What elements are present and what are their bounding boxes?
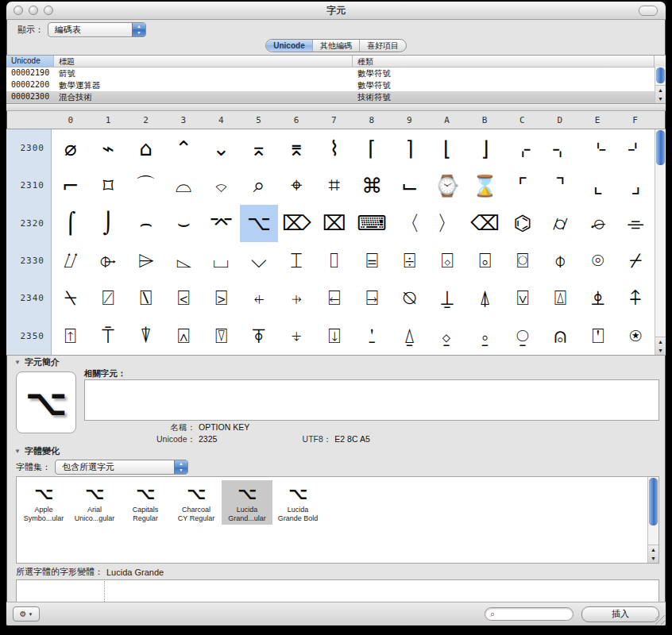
grid-cell[interactable]: ⌤ [203,205,240,242]
grid-cell[interactable]: ⌘ [353,167,391,204]
grid-cell[interactable]: ⌱ [89,242,126,279]
grid-cell[interactable]: ⌥ [240,205,277,242]
grid-cell[interactable]: ⌉ [391,129,428,167]
grid-scrollbar[interactable]: ▲▼ [655,129,666,355]
grid-cell[interactable]: ⌵ [240,242,277,279]
grid-cell[interactable]: ⌣ [164,205,202,242]
grid-cell[interactable]: ⍝ [542,318,579,355]
grid-cell[interactable]: ⍌ [504,279,541,317]
grid-cell[interactable]: ⌁ [89,129,126,167]
grid-cell[interactable]: ⌑ [89,167,126,204]
grid-cell[interactable]: ⌒ [127,167,164,204]
grid-cell[interactable]: ⍗ [315,318,353,355]
grid-cell[interactable]: ⍘ [353,318,391,355]
grid-cell[interactable]: ⍍ [542,279,579,317]
grid-cell[interactable]: ⌸ [353,242,391,279]
tab-喜好項目[interactable]: 喜好項目 [360,40,406,52]
grid-cell[interactable]: ⌅ [240,129,277,167]
glyph-variants-box[interactable] [16,579,659,603]
grid-cell[interactable]: ⍞ [579,318,616,355]
grid-cell[interactable]: ⍖ [278,318,315,355]
scrollbar-thumb[interactable] [656,67,665,83]
grid-cell[interactable]: ⌨ [353,205,391,242]
view-dropdown[interactable]: 編碼表 ▲▼ [48,22,146,37]
grid-cell[interactable]: ⌻ [466,242,504,279]
grid-cell[interactable]: ⍉ [391,279,428,317]
grid-cell[interactable]: ⍜ [504,318,541,355]
grid-cell[interactable]: ⌄ [203,129,240,167]
grid-cell[interactable]: ⌶ [278,242,315,279]
grid-cell[interactable]: ⍚ [428,318,465,355]
grid-cell[interactable]: ⌰ [52,242,89,279]
grid-cell[interactable]: ⌋ [466,129,504,167]
grid-cell[interactable]: ⌮ [579,205,616,242]
grid-cell[interactable]: ⌳ [164,242,202,279]
tab-其他編碼[interactable]: 其他編碼 [313,40,360,52]
grid-cell[interactable]: ⌫ [466,205,504,242]
grid-cell[interactable]: ⌓ [164,167,202,204]
disclosure-triangle-icon[interactable]: ▼ [14,448,21,455]
grid-cell[interactable]: 〉 [428,205,465,242]
grid-cell[interactable]: ⌟ [617,167,655,204]
grid-cell[interactable]: ⍅ [240,279,277,317]
grid-cell[interactable]: ⍕ [240,318,277,355]
grid-cell[interactable]: ⌛ [466,167,504,204]
grid-cell[interactable]: ⌕ [240,167,277,204]
toolbar-pill-button[interactable] [639,6,658,16]
grid-cell[interactable]: ⍆ [278,279,315,317]
grid-cell[interactable]: ⌆ [278,129,315,167]
grid-cell[interactable]: ⌿ [617,242,655,279]
grid-cell[interactable]: ⌈ [353,129,391,167]
font-variation-section-header[interactable]: ▼ 字體變化 [6,444,666,457]
grid-cell[interactable]: ⌠ [52,205,89,242]
grid-cell[interactable]: ⌎ [579,129,616,167]
tab-Unicode[interactable]: Unicode [266,40,313,52]
grid-cell[interactable]: ⌊ [428,129,465,167]
resize-grip[interactable] [655,615,665,625]
grid-cell[interactable]: ⍄ [203,279,240,317]
grid-cell[interactable]: ⍁ [89,279,126,317]
grid-cell[interactable]: ⍐ [52,318,89,355]
font-item[interactable]: ⌥CapitalsRegular [120,480,171,525]
grid-cell[interactable]: ⍀ [52,279,89,317]
grid-cell[interactable]: ⌔ [203,167,240,204]
grid-cell[interactable]: ⌂ [127,129,164,167]
grid-cell[interactable]: ⌖ [278,167,315,204]
font-collection-dropdown[interactable]: 包含所選字元 ▲▼ [55,460,188,475]
grid-cell[interactable]: ⍔ [203,318,240,355]
grid-cell[interactable]: ⍋ [466,279,504,317]
scrollbar-thumb[interactable] [649,478,658,525]
grid-cell[interactable]: ⌃ [164,129,202,167]
grid-cell[interactable]: ⍃ [164,279,202,317]
char-info-section-header[interactable]: ▼ 字元簡介 [6,356,666,368]
scrollbar-thumb[interactable] [656,130,665,165]
grid-cell[interactable]: ⌏ [617,129,655,167]
font-item[interactable]: ⌥ArialUnico...gular [69,480,120,525]
grid-cell[interactable]: ⌀ [52,129,89,167]
grid-cell[interactable]: ⌹ [391,242,428,279]
grid-cell[interactable]: ⍛ [466,318,504,355]
scrollbar-arrows[interactable]: ▲▼ [655,85,666,103]
grid-cell[interactable]: ⌙ [391,167,428,204]
column-header-unicode[interactable]: Unicode [6,56,54,67]
insert-button[interactable]: 插入 [581,606,659,622]
column-header-title[interactable]: 標題 [54,56,353,67]
table-row[interactable]: 00002300混合技術技術符號 [6,91,655,103]
grid-cell[interactable]: ⌌ [504,129,541,167]
grid-cell[interactable]: ⌝ [542,167,579,204]
grid-cell[interactable]: ⌬ [504,205,541,242]
grid-cell[interactable]: ⌦ [278,205,315,242]
grid-cell[interactable]: ⌷ [315,242,353,279]
grid-cell[interactable]: ⌐ [52,167,89,204]
grid-cell[interactable]: ⌧ [315,205,353,242]
grid-cell[interactable]: ⌜ [504,167,541,204]
grid-cell[interactable]: ⍑ [89,318,126,355]
grid-cell[interactable]: ⍂ [127,279,164,317]
grid-cell[interactable]: ⌇ [315,129,353,167]
grid-cell[interactable]: ⍟ [617,318,655,355]
grid-cell[interactable]: ⍒ [127,318,164,355]
grid-cell[interactable]: ⌯ [617,205,655,242]
font-item[interactable]: ⌥LucidaGrande Bold [272,480,323,525]
grid-cell[interactable]: ⍎ [579,279,616,317]
disclosure-triangle-icon[interactable]: ▼ [14,359,21,366]
